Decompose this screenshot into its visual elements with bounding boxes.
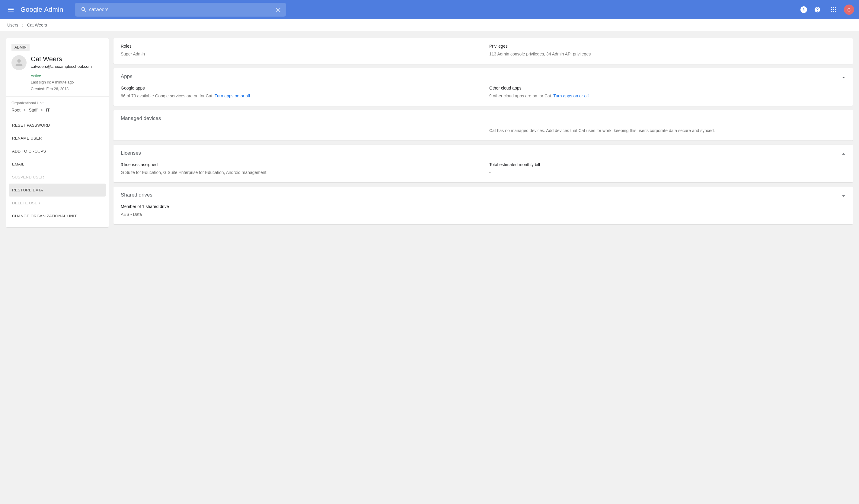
close-icon bbox=[275, 6, 282, 13]
other-apps-text: 9 other cloud apps are on for Cat. Turn … bbox=[489, 93, 846, 99]
ou-leaf: IT bbox=[46, 108, 49, 112]
help-icon bbox=[814, 6, 821, 13]
header-icons: C bbox=[800, 4, 854, 16]
shared-drives-card[interactable]: Shared drives Member of 1 shared drive A… bbox=[114, 187, 853, 224]
apps-card[interactable]: Apps Google apps 66 of 70 available Goog… bbox=[114, 68, 853, 106]
apps-launcher-button[interactable] bbox=[828, 4, 840, 16]
licenses-list: G Suite for Education, G Suite Enterpris… bbox=[121, 169, 477, 176]
logo[interactable]: Google Admin bbox=[20, 6, 63, 14]
account-avatar[interactable]: C bbox=[844, 4, 854, 15]
breadcrumb-current: Cat Weers bbox=[27, 22, 47, 28]
svg-point-1 bbox=[831, 7, 832, 9]
svg-point-3 bbox=[835, 7, 837, 9]
ou-staff: Staff bbox=[29, 108, 38, 112]
privileges-label: Privileges bbox=[489, 44, 846, 49]
svg-point-5 bbox=[833, 9, 834, 10]
svg-point-0 bbox=[803, 8, 804, 9]
svg-point-2 bbox=[833, 7, 834, 9]
licenses-card[interactable]: Licenses 3 licenses assigned G Suite for… bbox=[114, 145, 853, 183]
search-icon bbox=[78, 6, 89, 13]
licenses-count-label: 3 licenses assigned bbox=[121, 162, 477, 167]
shared-drive-member-text: AES - Data bbox=[121, 211, 846, 218]
other-apps-desc: 9 other cloud apps are on for Cat. bbox=[489, 93, 552, 98]
change-ou-button[interactable]: CHANGE ORGANIZATIONAL UNIT bbox=[9, 209, 106, 222]
profile-photo[interactable] bbox=[12, 55, 27, 70]
licenses-title: Licenses bbox=[121, 150, 846, 156]
apps-title: Apps bbox=[121, 74, 846, 80]
profile-info: Cat Weers catweers@anexampleschool.com A… bbox=[31, 55, 92, 92]
svg-point-7 bbox=[831, 11, 832, 12]
person-icon bbox=[14, 58, 24, 68]
insights-badge-icon[interactable] bbox=[800, 6, 807, 13]
reset-password-button[interactable]: RESET PASSWORD bbox=[9, 119, 106, 132]
other-apps-label: Other cloud apps bbox=[489, 85, 846, 91]
status-badge: Active bbox=[31, 73, 92, 79]
breadcrumb-root[interactable]: Users bbox=[7, 22, 18, 28]
suspend-user-button: SUSPEND USER bbox=[9, 171, 106, 184]
google-apps-toggle-link[interactable]: Turn apps on or off bbox=[215, 93, 250, 98]
search-input[interactable] bbox=[89, 7, 273, 12]
hamburger-icon bbox=[7, 6, 15, 13]
svg-point-10 bbox=[17, 59, 20, 63]
logo-admin: Admin bbox=[44, 6, 63, 14]
collapse-licenses-button[interactable] bbox=[840, 151, 847, 158]
add-to-groups-button[interactable]: ADD TO GROUPS bbox=[9, 145, 106, 158]
expand-apps-button[interactable] bbox=[840, 74, 847, 82]
org-unit-label: Organizational Unit bbox=[12, 101, 103, 105]
devices-title: Managed devices bbox=[121, 115, 846, 122]
chevron-right-icon: > bbox=[41, 108, 43, 112]
ou-root: Root bbox=[12, 108, 20, 112]
apps-grid-icon bbox=[830, 6, 837, 13]
google-apps-desc: 66 of 70 available Google services are o… bbox=[121, 93, 213, 98]
privileges-value: 113 Admin console privileges, 34 Admin A… bbox=[489, 51, 846, 57]
google-apps-text: 66 of 70 available Google services are o… bbox=[121, 93, 477, 99]
chevron-up-icon bbox=[840, 151, 847, 157]
help-button[interactable] bbox=[811, 4, 824, 16]
page-body: ADMIN Cat Weers catweers@anexampleschool… bbox=[0, 31, 859, 239]
user-meta: Active Last sign in: A minute ago Create… bbox=[31, 73, 92, 92]
delete-user-button: DELETE USER bbox=[9, 196, 106, 209]
devices-text: Cat has no managed devices. Add devices … bbox=[489, 127, 846, 134]
chevron-down-icon bbox=[840, 74, 847, 81]
roles-label: Roles bbox=[121, 44, 477, 49]
clear-search-button[interactable] bbox=[273, 6, 284, 13]
chevron-right-icon: > bbox=[23, 108, 26, 112]
bill-label: Total estimated monthly bill bbox=[489, 162, 846, 167]
admin-badge: ADMIN bbox=[12, 44, 30, 51]
org-unit-section: Organizational Unit Root > Staff > IT bbox=[6, 96, 109, 117]
user-action-list: RESET PASSWORD RENAME USER ADD TO GROUPS… bbox=[6, 117, 109, 224]
chevron-right-icon: › bbox=[22, 22, 23, 28]
bill-value: - bbox=[489, 169, 846, 176]
svg-point-4 bbox=[831, 9, 832, 10]
rename-user-button[interactable]: RENAME USER bbox=[9, 132, 106, 145]
roles-card[interactable]: Roles Super Admin Privileges 113 Admin c… bbox=[114, 38, 853, 64]
other-apps-toggle-link[interactable]: Turn apps on or off bbox=[553, 93, 589, 98]
user-summary-card: ADMIN Cat Weers catweers@anexampleschool… bbox=[6, 38, 109, 227]
avatar-initial: C bbox=[847, 7, 851, 12]
svg-point-9 bbox=[835, 11, 837, 12]
app-header: Google Admin C bbox=[0, 0, 859, 19]
svg-point-6 bbox=[835, 9, 837, 10]
search-box[interactable] bbox=[75, 3, 286, 17]
google-apps-label: Google apps bbox=[121, 85, 477, 91]
shared-drives-title: Shared drives bbox=[121, 192, 846, 198]
org-unit-path[interactable]: Root > Staff > IT bbox=[12, 108, 103, 112]
expand-drives-button[interactable] bbox=[840, 193, 847, 200]
main-column: Roles Super Admin Privileges 113 Admin c… bbox=[114, 38, 853, 224]
chevron-down-icon bbox=[840, 193, 847, 199]
created-date: Created: Feb 26, 2018 bbox=[31, 86, 92, 92]
restore-data-button[interactable]: RESTORE DATA bbox=[9, 184, 106, 196]
devices-card[interactable]: Managed devices Cat has no managed devic… bbox=[114, 110, 853, 140]
roles-value: Super Admin bbox=[121, 51, 477, 57]
shared-drive-member-label: Member of 1 shared drive bbox=[121, 204, 846, 209]
email-button[interactable]: EMAIL bbox=[9, 158, 106, 171]
logo-google: Google bbox=[20, 6, 42, 14]
main-menu-button[interactable] bbox=[4, 2, 18, 17]
user-email: catweers@anexampleschool.com bbox=[31, 64, 92, 69]
last-signin: Last sign in: A minute ago bbox=[31, 79, 92, 85]
svg-point-8 bbox=[833, 11, 834, 12]
user-name: Cat Weers bbox=[31, 55, 92, 63]
breadcrumb: Users › Cat Weers bbox=[0, 19, 859, 31]
